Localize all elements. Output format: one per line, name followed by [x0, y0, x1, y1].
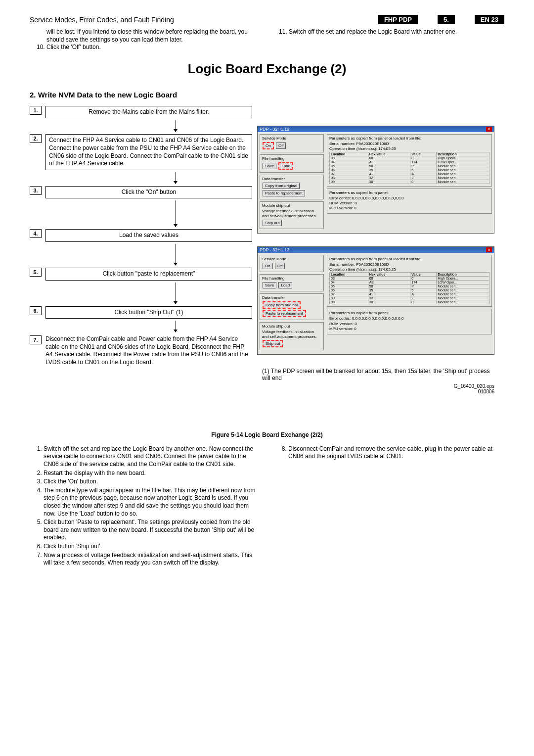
group-data-transfer: Data transfer Copy from original Paste t… — [260, 175, 324, 199]
group-service-mode: Service Mode On Off — [260, 134, 324, 152]
header-badge-product: FHP PDP — [378, 15, 418, 24]
on-button[interactable]: On — [263, 142, 274, 149]
header-badge-page: EN 23 — [475, 15, 504, 24]
copy-button[interactable]: Copy from original — [263, 301, 301, 309]
step-number: 1. — [30, 106, 42, 115]
paste-button[interactable]: Paste to replacement — [263, 190, 305, 196]
save-button[interactable]: Save — [263, 163, 276, 169]
step-text-7: Disconnect the ComPair cable and Power c… — [45, 334, 252, 367]
post-item: Click the 'On' button. — [44, 478, 260, 486]
group-file-handling: File handling Save Load — [260, 154, 324, 173]
off-button[interactable]: Off — [275, 263, 285, 269]
post-item: Switch off the set and replace the Logic… — [44, 445, 260, 469]
app-window-1: PDP - 32H1.12× Service Mode On Off File … — [257, 126, 494, 234]
sub-heading: 2. Write NVM Data to the new Logic Board — [30, 91, 504, 99]
post-item: Disconnect ComPair and remove the servic… — [288, 445, 504, 461]
pretext-item-10: Click the 'Off' button. — [46, 44, 262, 51]
post-item: The module type will again appear in the… — [44, 487, 260, 518]
app-window-2: PDP - 32H1.12× Service Mode On Off File … — [257, 246, 494, 355]
group-ship-out: Module ship out Voltage feedback initial… — [260, 201, 324, 229]
step-number: 3. — [30, 186, 42, 195]
post-text-columns: Switch off the set and replace the Logic… — [30, 445, 504, 568]
step-box-4: Load the saved values — [45, 229, 252, 242]
flowchart: 1. Remove the Mains cable from the Mains… — [30, 106, 252, 368]
post-item: Now a process of voltage feedback initia… — [44, 552, 260, 567]
eps-ref: G_16400_020.eps010806 — [257, 383, 494, 394]
page-header: Service Modes, Error Codes, and Fault Fi… — [30, 15, 504, 24]
copy-button[interactable]: Copy from original — [263, 183, 300, 189]
on-button[interactable]: On — [263, 263, 273, 269]
pretext-left-cont: will be lost. If you intend to close thi… — [30, 28, 262, 44]
step-box-2: Connect the FHP A4 Service cable to CN01… — [45, 134, 252, 170]
step-number: 5. — [30, 268, 42, 277]
close-icon[interactable]: × — [486, 247, 492, 252]
step-box-6: Click button "Ship Out" (1) — [45, 306, 252, 319]
footnote-1: (1) The PDP screen will be blanked for a… — [262, 368, 494, 381]
post-item: Restart the display with the new board. — [44, 470, 260, 477]
screenshot-column: PDP - 32H1.12× Service Mode On Off File … — [257, 126, 494, 395]
pretext-columns: will be lost. If you intend to close thi… — [30, 28, 504, 52]
main-heading: Logic Board Exchange (2) — [30, 61, 504, 77]
save-button[interactable]: Save — [263, 282, 276, 288]
window-title: PDP - 32H1.12 — [260, 127, 289, 132]
load-button[interactable]: Load — [278, 162, 293, 170]
post-item: Click button 'Ship out'. — [44, 543, 260, 551]
step-number: 4. — [30, 229, 42, 238]
step-box-1: Remove the Mains cable from the Mains fi… — [45, 106, 252, 119]
params-table: LocationHex valueValueDescription 03000H… — [329, 152, 490, 184]
paste-button[interactable]: Paste to replacement — [263, 310, 306, 317]
off-button[interactable]: Off — [276, 142, 286, 149]
ship-out-button[interactable]: Ship out — [263, 340, 283, 347]
step-number: 7. — [30, 335, 42, 344]
step-number: 2. — [30, 134, 42, 143]
load-button[interactable]: Load — [278, 282, 292, 288]
post-item: Click button 'Paste to replacement'. The… — [44, 519, 260, 542]
header-badge-section: 5. — [438, 15, 455, 24]
step-number: 6. — [30, 306, 42, 315]
header-title: Service Modes, Error Codes, and Fault Fi… — [30, 16, 373, 24]
pretext-item-11: Switch off the set and replace the Logic… — [289, 28, 504, 36]
step-box-5: Click button "paste to replacement" — [45, 268, 252, 281]
figure-caption: Figure 5-14 Logic Board Exchange (2/2) — [30, 431, 504, 438]
ship-out-button[interactable]: Ship out — [263, 220, 282, 226]
close-icon[interactable]: × — [486, 127, 492, 132]
diagram-area: 1. Remove the Mains cable from the Mains… — [30, 106, 504, 423]
step-box-3: Click the "On" button — [45, 186, 252, 199]
